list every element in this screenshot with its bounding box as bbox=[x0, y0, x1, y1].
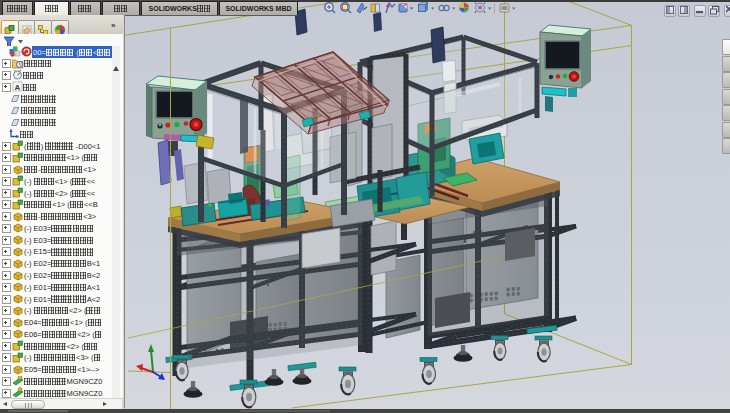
svg-text:A: A bbox=[15, 83, 21, 92]
